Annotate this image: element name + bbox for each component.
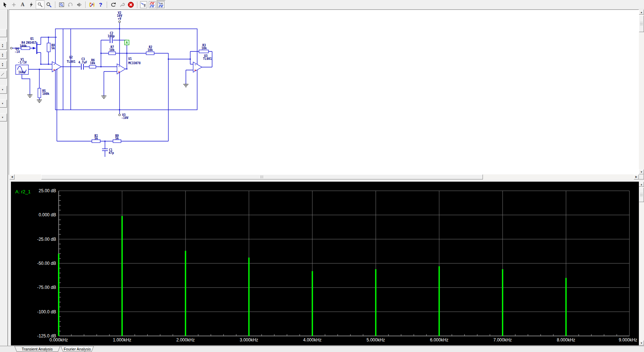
tab-transient-label[interactable]: Transient Analysis (22, 347, 53, 351)
tools-button[interactable] (118, 0, 126, 9)
component-c2[interactable]: C2 100p (108, 32, 114, 38)
help-button[interactable]: ? (96, 0, 105, 9)
svg-text:R4: R4 (22, 41, 25, 45)
svg-text:A: A (126, 41, 128, 45)
scroll-right-button[interactable]: ▶ (634, 174, 639, 179)
h-scroll-thumb[interactable] (41, 174, 483, 179)
schematic-h-scrollbar[interactable]: ◀ ▶ (9, 174, 639, 179)
undo-button[interactable] (109, 0, 118, 9)
x-tick-label: 8.000kHz (557, 337, 575, 343)
switches-button[interactable] (87, 0, 96, 9)
scroll-up-button[interactable]: ▲ (639, 182, 644, 187)
thumb-grip (640, 193, 643, 197)
zoom-page-icon (59, 2, 65, 8)
dc-analysis-button[interactable] (139, 0, 148, 9)
plus-icon (11, 2, 17, 8)
zoom-page-button[interactable] (57, 0, 66, 9)
strip-dropdown[interactable]: ▼ (0, 113, 7, 121)
strip-spinner[interactable]: ▲▼ (0, 61, 7, 69)
component-r8[interactable]: R8 5k (47, 43, 55, 52)
svg-text:+V: +V (118, 17, 121, 20)
chart-v-scrollbar[interactable]: ▲ ▼ (639, 182, 644, 345)
svg-text:4.7uF: 4.7uF (78, 61, 87, 64)
strip-spinner[interactable]: ▲▼ (0, 51, 7, 59)
thumb-grip (640, 22, 643, 26)
component-r1[interactable]: R1 5k (92, 134, 100, 143)
y-tick-label: -75.00 dB (37, 285, 56, 290)
wrench-icon (119, 2, 125, 8)
component-v4[interactable]: V4 -1V (11, 47, 20, 54)
select-cursor-button[interactable] (1, 0, 9, 9)
scroll-down-button[interactable]: ▼ (639, 169, 644, 174)
schematic-canvas[interactable]: V4 -1V R4 100k Q1 2N5457 R8 5k (9, 9, 639, 175)
strip-button[interactable] (0, 29, 7, 37)
spinner-down-icon: ▼ (1, 65, 4, 67)
probe-tool-button[interactable] (36, 0, 44, 9)
component-v2[interactable]: V2 10V +V (117, 11, 122, 23)
spectrum-chart: 25.00 dB0.000 dB-25.00 dB-50.00 dB-75.00… (11, 182, 639, 345)
scroll-down-icon: ▼ (640, 171, 643, 173)
dropdown-arrow-icon: ▼ (1, 116, 4, 119)
scroll-down-button[interactable]: ▼ (639, 340, 644, 345)
zoom-tool-button[interactable] (44, 0, 53, 9)
svg-text:100k: 100k (42, 92, 49, 96)
svg-text:10k: 10k (90, 62, 95, 65)
strip-dropdown[interactable]: ▼ (0, 100, 7, 108)
lightning-icon (28, 2, 34, 8)
ground-symbol[interactable] (27, 84, 188, 102)
toolbar: A ? (0, 0, 644, 9)
fourier-analysis-button[interactable] (157, 0, 165, 9)
undo-arrow-icon (110, 2, 116, 8)
flip-button[interactable] (75, 0, 83, 9)
tab-fourier-label[interactable]: Fourier Analysis (64, 347, 91, 351)
transient-analysis-button[interactable] (148, 0, 157, 9)
component-r2[interactable]: R2 10k (146, 46, 154, 55)
x-tick-label: 5.000kHz (367, 337, 385, 343)
component-r6[interactable]: R6 10k (89, 59, 96, 68)
component-v3[interactable]: V3 -10V (119, 113, 129, 120)
component-r9[interactable]: R9 5k (113, 134, 121, 143)
svg-text:100p: 100p (108, 35, 114, 38)
stop-button[interactable] (126, 0, 135, 9)
text-tool-button[interactable]: A (18, 0, 27, 9)
rotate-button[interactable] (66, 0, 75, 9)
component-u3[interactable]: - + U3 TL081 (193, 54, 212, 72)
svg-text:100k: 100k (20, 45, 27, 48)
component-u1[interactable]: - + U1 MC33078 (117, 57, 141, 74)
toolbar-separator (55, 1, 55, 8)
svg-text:5k: 5k (115, 137, 119, 140)
strip-button[interactable] (0, 70, 7, 78)
strip-dropdown[interactable]: ▼ (0, 86, 7, 94)
schematic-v-scrollbar[interactable]: ▲ ▼ (639, 9, 644, 174)
component-c1[interactable]: C1 47p (109, 148, 114, 155)
x-tick-label: 9.000kHz (619, 337, 637, 343)
component-c3[interactable]: C3 4.7uF (78, 58, 87, 64)
scroll-up-button[interactable]: ▲ (639, 9, 644, 15)
dropdown-arrow-icon: ▼ (1, 102, 4, 105)
strip-spinner[interactable]: ▲▼ (0, 42, 7, 50)
x-tick-label: 6.000kHz (430, 337, 449, 343)
fourier-plot[interactable]: 25.00 dB0.000 dB-25.00 dB-50.00 dB-75.00… (11, 182, 639, 345)
spinner-down-icon: ▼ (1, 46, 4, 48)
voltage-probe-a[interactable]: A (125, 40, 129, 45)
tabs: Transient Analysis Fourier Analysis (11, 346, 106, 352)
svg-text:TL081: TL081 (67, 60, 75, 63)
svg-text:2N5457: 2N5457 (26, 41, 36, 45)
scroll-left-button[interactable]: ◀ (9, 174, 15, 179)
component-r7[interactable]: R7 10k (109, 46, 116, 55)
dc-analysis-icon (140, 1, 147, 8)
svg-text:+: + (53, 68, 55, 71)
y-tick-label: -50.00 dB (37, 261, 56, 266)
run-button[interactable] (27, 0, 36, 9)
v-scroll-thumb[interactable] (639, 187, 644, 202)
flip-icon (76, 2, 82, 8)
component-r5[interactable]: R5 100k (38, 88, 49, 98)
stop-icon (128, 1, 134, 8)
v-scroll-thumb[interactable] (639, 15, 644, 32)
junction-dots (39, 28, 191, 142)
thumb-grip (261, 175, 264, 178)
add-component-button[interactable] (9, 0, 18, 9)
component-v1[interactable]: V1 -1/1V 1kHz (16, 58, 28, 74)
component-r3[interactable]: R3 10k (199, 44, 208, 53)
x-tick-label: 0.000kHz (50, 337, 68, 343)
